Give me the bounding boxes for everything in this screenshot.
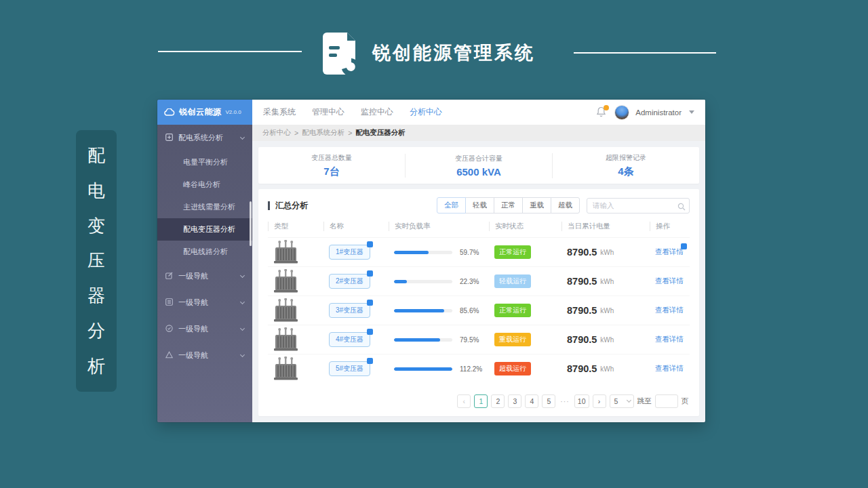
side-tag-char: 器: [87, 284, 105, 308]
topnav-item-analysis[interactable]: 分析中心: [410, 106, 442, 118]
sidebar-item-label: 一级导航: [178, 324, 208, 334]
badge-icon: [367, 358, 373, 364]
progress-bar: [394, 338, 452, 342]
sidebar-item-nav-2[interactable]: 一级导航: [157, 289, 252, 316]
pagination-page-button[interactable]: 3: [508, 394, 521, 408]
load-rate-value: 59.7%: [460, 249, 479, 256]
pagination-page-button[interactable]: 5: [542, 394, 555, 408]
sidebar-item-peak-valley[interactable]: 峰谷电分析: [157, 174, 252, 196]
energy-value: 8790.5: [567, 247, 597, 258]
load-rate-value: 22.3%: [460, 278, 479, 285]
column-header-name: 名称: [323, 222, 389, 231]
side-tag-char: 配: [87, 144, 105, 167]
progress-bar: [394, 280, 452, 283]
daily-energy-cell: 8790.5kWh: [561, 334, 650, 345]
view-details-link[interactable]: 查看详情: [655, 364, 684, 373]
transformer-name-button[interactable]: 1#变压器: [329, 245, 370, 260]
transformer-image: [268, 269, 323, 293]
breadcrumb-item[interactable]: 配电系统分析: [302, 128, 344, 138]
filter-normal-button[interactable]: 正常: [494, 197, 523, 214]
pagination-page-button[interactable]: 1: [474, 394, 488, 408]
filter-heavy-load-button[interactable]: 重载: [522, 197, 551, 214]
filter-overload-button[interactable]: 超载: [551, 197, 580, 214]
table-row: 5#变压器 112.2% 超载运行 8790.5kWh 查看详情: [268, 354, 690, 383]
pagination-prev-button[interactable]: ‹: [457, 394, 471, 408]
table-header: 类型 名称 实时负载率 实时状态 当日累计电量 操作: [268, 214, 690, 237]
transformer-name-button[interactable]: 5#变压器: [329, 361, 370, 376]
column-header-load-rate: 实时负载率: [389, 222, 489, 231]
sidebar-item-transformer-analysis[interactable]: 配电变压器分析: [157, 218, 252, 241]
topnav-item-collection[interactable]: 采集系统: [263, 106, 296, 118]
badge-icon: [681, 243, 687, 249]
stat-label: 变压器合计容量: [406, 154, 552, 163]
sidebar-item-nav-1[interactable]: 一级导航: [157, 263, 252, 289]
view-details-link[interactable]: 查看详情: [655, 335, 684, 344]
view-details-link[interactable]: 查看详情: [655, 277, 684, 286]
main-area: 采集系统 管理中心 监控中心 分析中心 Administrator 分析中心 >…: [252, 100, 705, 422]
transformer-name: 4#变压器: [336, 336, 363, 343]
pagination-next-button[interactable]: ›: [593, 394, 606, 408]
stats-card: 变压器总数量 7台 变压器合计容量 6500 kVA 超限报警记录 4条: [258, 147, 699, 184]
sidebar-item-line-analysis[interactable]: 配电线路分析: [157, 241, 252, 263]
chevron-down-icon: [240, 299, 245, 304]
sidebar-item-main-line-demand[interactable]: 主进线需量分析: [157, 196, 252, 218]
table-row: 4#变压器 79.5% 重载运行 8790.5kWh 查看详情: [268, 325, 690, 354]
load-rate-cell: 79.5%: [389, 336, 489, 344]
sidebar-item-nav-3[interactable]: 一级导航: [157, 316, 252, 342]
view-details-label: 查看详情: [655, 306, 684, 314]
sidebar-logo: 锐创云能源 V2.0.0: [157, 100, 252, 125]
pagination-page-button[interactable]: 10: [574, 394, 589, 408]
transformer-name-button[interactable]: 3#变压器: [329, 303, 370, 318]
table-row: 3#变压器 85.6% 正常运行 8790.5kWh 查看详情: [268, 296, 690, 325]
topnav-item-management[interactable]: 管理中心: [312, 106, 344, 118]
side-tag-char: 变: [87, 214, 105, 238]
transformer-name-button[interactable]: 4#变压器: [329, 332, 370, 347]
avatar[interactable]: [614, 105, 629, 120]
stat-transformer-count: 变压器总数量 7台: [258, 153, 405, 178]
side-tag-char: 分: [87, 319, 105, 343]
sidebar-submenu: 电量平衡分析 峰谷电分析 主进线需量分析 配电变压器分析 配电线路分析: [157, 151, 252, 263]
topnav-item-monitoring[interactable]: 监控中心: [361, 106, 393, 118]
search-input[interactable]: [587, 198, 690, 214]
notification-bell-icon[interactable]: [596, 106, 608, 119]
load-rate-cell: 112.2%: [389, 365, 489, 373]
side-tag-char: 电: [87, 179, 105, 203]
list-icon: [165, 298, 173, 307]
notification-badge: [604, 105, 609, 110]
table-row: 2#变压器 22.3% 轻载运行 8790.5kWh 查看详情: [268, 266, 690, 296]
chevron-down-icon: [240, 325, 245, 330]
transformer-name-button[interactable]: 2#变压器: [329, 274, 370, 289]
cloud-icon: [164, 106, 175, 119]
breadcrumb-item[interactable]: 分析中心: [262, 128, 291, 138]
stat-label: 变压器总数量: [258, 153, 405, 163]
user-dropdown-caret-icon[interactable]: [689, 110, 694, 114]
load-rate-cell: 22.3%: [389, 278, 489, 285]
sidebar-scrollbar[interactable]: [250, 201, 252, 246]
filter-all-button[interactable]: 全部: [437, 197, 466, 214]
search-icon[interactable]: [677, 201, 686, 214]
side-tag-char: 压: [87, 249, 105, 272]
energy-unit: kWh: [600, 365, 614, 373]
pagination-page-button[interactable]: 2: [491, 394, 505, 408]
load-rate-value: 85.6%: [460, 307, 479, 314]
jump-page-input[interactable]: [655, 394, 678, 408]
chevron-down-icon: [626, 398, 631, 403]
view-details-link[interactable]: 查看详情: [655, 247, 684, 257]
pagination-page-button[interactable]: 4: [525, 394, 538, 408]
view-details-link[interactable]: 查看详情: [655, 306, 684, 315]
progress-bar: [394, 251, 452, 254]
sidebar-item-power-balance[interactable]: 电量平衡分析: [157, 151, 252, 174]
transformer-image: [268, 298, 323, 323]
view-details-label: 查看详情: [655, 247, 684, 256]
chevron-down-icon: [240, 352, 245, 357]
page-size-select[interactable]: 5: [610, 394, 634, 408]
page-label: 页: [682, 396, 689, 406]
filter-light-load-button[interactable]: 轻载: [465, 197, 494, 214]
daily-energy-cell: 8790.5kWh: [561, 276, 650, 287]
transformer-name: 5#变压器: [336, 365, 363, 372]
stat-alarm-records: 超限报警记录 4条: [552, 153, 699, 178]
sidebar-item-nav-4[interactable]: 一级导航: [157, 342, 252, 369]
badge-icon: [367, 329, 373, 335]
status-badge: 轻载运行: [494, 274, 531, 288]
sidebar-item-distribution-analysis[interactable]: 配电系统分析: [157, 125, 252, 151]
